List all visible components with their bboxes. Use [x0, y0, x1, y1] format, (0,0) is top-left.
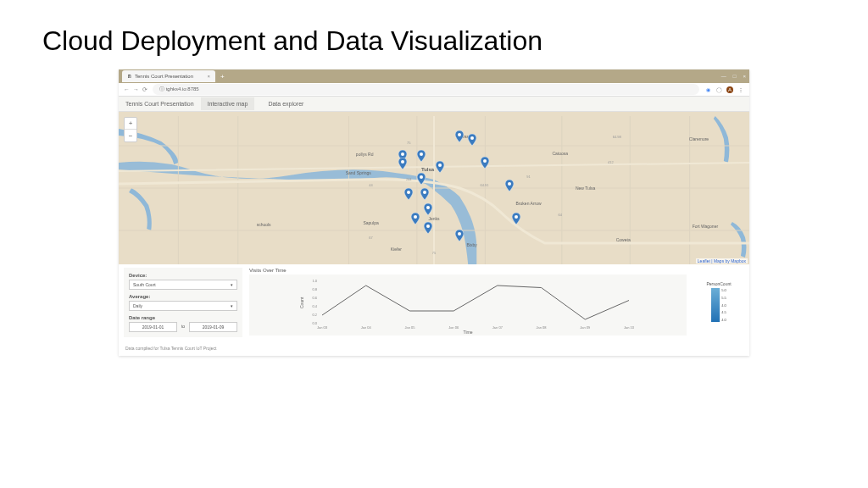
browser-window: 🗎 Tennis Court Presentation × + — □ × ← …: [119, 69, 749, 356]
city-label: Sand Springs: [346, 170, 371, 175]
road-label: 64.98: [613, 134, 621, 138]
svg-point-1: [420, 152, 423, 156]
date-to-input[interactable]: 2019-01-09: [189, 322, 237, 332]
svg-point-2: [401, 160, 404, 164]
chevron-down-icon: ▾: [231, 282, 233, 287]
svg-text:0.2: 0.2: [312, 313, 317, 317]
map-zoom-controls: + −: [124, 117, 137, 142]
map-marker-icon[interactable]: [424, 222, 432, 234]
reload-button[interactable]: ⟳: [142, 86, 147, 93]
slide-title: Cloud Deployment and Data Visualization: [0, 0, 868, 69]
map-marker-icon[interactable]: [455, 130, 464, 142]
map-marker-icon[interactable]: [505, 180, 514, 191]
extension-icon-2[interactable]: ◯: [715, 86, 722, 93]
profile-icon[interactable]: A: [726, 86, 733, 93]
menu-icon[interactable]: ⋮: [737, 86, 744, 93]
zoom-out-button[interactable]: −: [125, 130, 136, 141]
road-label: 412: [608, 160, 614, 164]
device-value: South Court: [133, 282, 156, 287]
map-marker-icon[interactable]: [512, 213, 520, 225]
date-from-input[interactable]: 2019-01-01: [129, 322, 177, 332]
city-label: Bixby: [467, 242, 477, 247]
footer-note: Data complied for Tulsa Tennis Court IoT…: [119, 341, 749, 356]
controls-panel: Device: South Court ▾ Average: Daily ▾ D…: [124, 268, 242, 337]
svg-text:1.0: 1.0: [312, 279, 317, 283]
new-tab-button[interactable]: +: [220, 73, 225, 80]
tab-title: Tennis Court Presentation: [135, 74, 193, 79]
average-select[interactable]: Daily ▾: [129, 301, 237, 311]
tab-interactive-map[interactable]: Interactive map: [201, 97, 255, 110]
map-marker-icon[interactable]: [411, 213, 420, 225]
close-tab-icon[interactable]: ×: [207, 74, 210, 79]
svg-text:Jan 03: Jan 03: [317, 325, 328, 330]
chart-title: Visits Over Time: [249, 268, 687, 273]
chart-xlabel: Time: [464, 330, 473, 335]
average-label: Average:: [129, 294, 237, 299]
svg-text:Jan 04: Jan 04: [361, 325, 372, 330]
city-label: Jenks: [428, 216, 439, 221]
city-label: Broken Arrow: [516, 201, 542, 206]
map-marker-icon[interactable]: [398, 158, 407, 169]
road-label: 44: [369, 183, 372, 187]
forward-button[interactable]: →: [133, 86, 139, 93]
date-to-label: to: [180, 322, 186, 332]
svg-point-14: [470, 136, 474, 140]
device-select[interactable]: South Court ▾: [129, 280, 237, 290]
minimize-button[interactable]: —: [721, 74, 726, 79]
map-marker-icon[interactable]: [481, 157, 489, 169]
city-label: schools: [257, 222, 271, 227]
svg-text:0.6: 0.6: [312, 296, 317, 300]
url-bar: ← → ⟳ ⓘ tghks4.io:8785 ◉ ◯ A ⋮: [119, 83, 749, 97]
svg-point-11: [458, 232, 461, 236]
city-label: Coweta: [616, 237, 631, 242]
browser-tab-bar: 🗎 Tennis Court Presentation × + — □ ×: [119, 69, 749, 83]
city-label: Tulsa: [421, 167, 434, 172]
line-chart[interactable]: Count 0.00.20.40.60.81.0 Jan 03Jan 04Jan…: [249, 274, 687, 336]
road-label: 64: [559, 212, 562, 216]
map-attribution: Leaflet | Maps by Mapbox: [696, 258, 748, 263]
url-input[interactable]: ⓘ tghks4.io:8785: [153, 84, 699, 95]
legend-panel: PersonCount 5.05.54.04.54.0: [693, 268, 744, 337]
svg-point-6: [407, 191, 410, 194]
tab-data-explorer[interactable]: Data explorer: [261, 97, 310, 110]
svg-point-8: [426, 206, 430, 209]
app-title: Tennis Court Presentation: [125, 101, 194, 107]
zoom-in-button[interactable]: +: [125, 118, 136, 130]
browser-tab[interactable]: 🗎 Tennis Court Presentation ×: [122, 70, 215, 82]
map-marker-icon[interactable]: [417, 150, 426, 162]
close-window-button[interactable]: ×: [743, 74, 746, 79]
date-range-label: Date range: [129, 315, 237, 320]
road-label: 75: [432, 250, 436, 254]
maximize-button[interactable]: □: [733, 74, 737, 79]
map-marker-icon[interactable]: [424, 203, 432, 215]
device-label: Device:: [129, 273, 237, 278]
svg-point-12: [515, 215, 518, 219]
road-label: 64.91: [481, 183, 489, 187]
svg-text:Jan 05: Jan 05: [404, 325, 415, 330]
map-marker-icon[interactable]: [417, 173, 426, 185]
lower-section: Device: South Court ▾ Average: Daily ▾ D…: [119, 264, 749, 341]
road-label: 67: [369, 235, 372, 239]
svg-text:Jan 10: Jan 10: [624, 325, 635, 330]
extension-icon[interactable]: ◉: [704, 86, 711, 93]
url-text: tghks4.io:8785: [166, 86, 199, 92]
map-marker-icon[interactable]: [468, 134, 476, 146]
map-marker-icon[interactable]: [404, 188, 413, 200]
road-label: 75: [407, 141, 410, 145]
svg-point-10: [426, 225, 430, 228]
city-label: Claremore: [689, 136, 709, 141]
city-label: pollys Rd: [356, 152, 374, 157]
map-marker-icon[interactable]: [420, 188, 429, 200]
page-icon: 🗎: [127, 74, 132, 79]
map[interactable]: + − TulsaSand SpringsOwassoCatoosaBroken…: [119, 112, 749, 264]
road-label: 244: [406, 177, 412, 181]
svg-point-5: [483, 159, 487, 163]
city-label: Kiefer: [391, 247, 402, 252]
back-button[interactable]: ←: [124, 86, 130, 93]
map-marker-icon[interactable]: [455, 230, 464, 241]
map-marker-icon[interactable]: [436, 161, 444, 173]
svg-text:Jan 06: Jan 06: [448, 325, 459, 330]
legend-colorbar: [711, 288, 720, 322]
city-label: New Tulsa: [576, 186, 595, 191]
city-label: Sapulpa: [363, 220, 378, 225]
